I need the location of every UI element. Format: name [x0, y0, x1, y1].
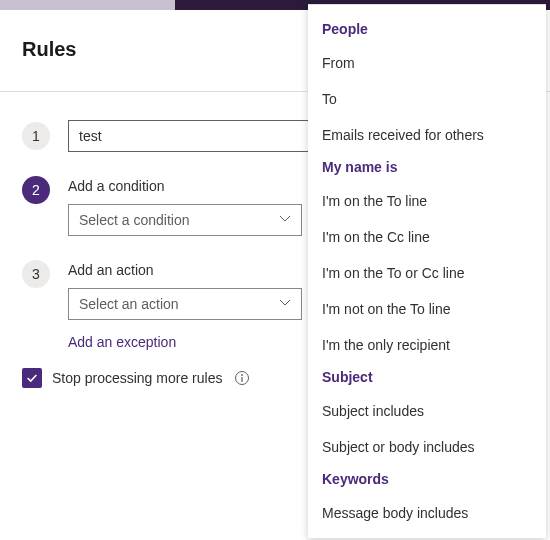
svg-rect-2 [242, 377, 243, 382]
dropdown-item[interactable]: From [308, 45, 546, 81]
dropdown-header: My name is [308, 153, 546, 183]
check-icon [25, 371, 39, 385]
dropdown-item[interactable]: Subject includes [308, 393, 546, 429]
action-select[interactable]: Select an action [68, 288, 302, 320]
dropdown-item[interactable]: I'm on the To line [308, 183, 546, 219]
dropdown-header: Keywords [308, 465, 546, 495]
condition-dropdown: PeopleFromToEmails received for othersMy… [308, 4, 546, 538]
dropdown-item[interactable]: Emails received for others [308, 117, 546, 153]
dropdown-header: Subject [308, 363, 546, 393]
condition-select[interactable]: Select a condition [68, 204, 302, 236]
step-2-badge: 2 [22, 176, 50, 204]
dropdown-item[interactable]: Message body includes [308, 495, 546, 531]
dropdown-item[interactable]: I'm not on the To line [308, 291, 546, 327]
dropdown-item[interactable]: I'm the only recipient [308, 327, 546, 363]
dropdown-header: People [308, 15, 546, 45]
info-icon[interactable] [234, 370, 250, 386]
step-3-badge: 3 [22, 260, 50, 288]
chevron-down-icon [279, 212, 291, 228]
condition-select-placeholder: Select a condition [79, 212, 190, 228]
condition-dropdown-list[interactable]: PeopleFromToEmails received for othersMy… [308, 5, 546, 538]
stop-processing-label: Stop processing more rules [52, 370, 222, 386]
dropdown-item[interactable]: I'm on the Cc line [308, 219, 546, 255]
stop-processing-checkbox[interactable] [22, 368, 42, 388]
title-bar-highlight [0, 0, 175, 10]
dropdown-item[interactable]: To [308, 81, 546, 117]
action-select-placeholder: Select an action [79, 296, 179, 312]
svg-point-1 [242, 374, 244, 376]
dropdown-item[interactable]: Subject or body includes [308, 429, 546, 465]
dropdown-item[interactable]: I'm on the To or Cc line [308, 255, 546, 291]
step-1-badge: 1 [22, 122, 50, 150]
chevron-down-icon [279, 296, 291, 312]
